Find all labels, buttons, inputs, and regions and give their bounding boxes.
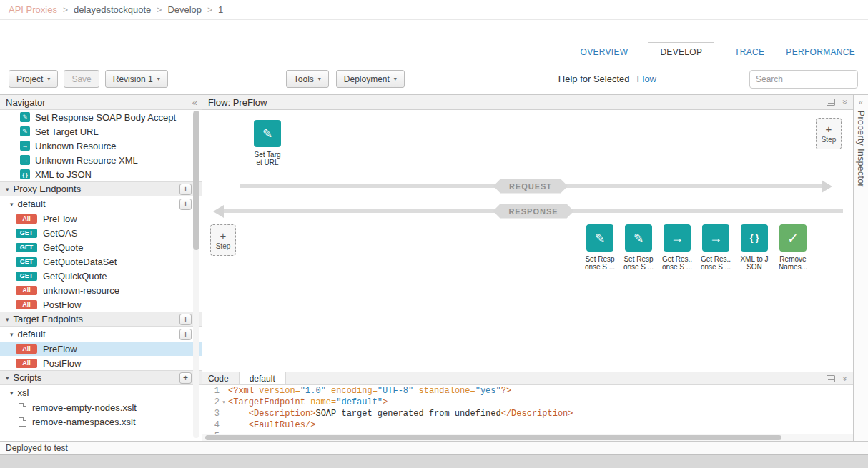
deployment-menu-button[interactable]: Deployment ▾ bbox=[336, 70, 405, 88]
api-proxy-editor: API Proxies > delayedstockquote > Develo… bbox=[0, 0, 868, 468]
file-label: remove-namespaces.xslt bbox=[32, 417, 136, 427]
tab-overview[interactable]: OVERVIEW bbox=[579, 43, 630, 64]
collapse-navigator-icon[interactable]: « bbox=[192, 97, 199, 108]
nav-flow-preflow[interactable]: All PreFlow bbox=[0, 211, 202, 226]
split-panel-icon[interactable] bbox=[827, 375, 835, 382]
nav-policy-set-response-soap-body-accept[interactable]: ✎ Set Response SOAP Body Accept bbox=[0, 110, 202, 124]
add-response-step-button[interactable]: + Step bbox=[210, 224, 236, 256]
add-proxy-endpoint-button[interactable]: + bbox=[179, 184, 192, 195]
flow-step-get-response-1[interactable]: → Get Res..onse S ... bbox=[659, 224, 696, 271]
flow-step-get-response-2[interactable]: → Get Res..onse S ... bbox=[697, 224, 734, 271]
nav-flow-unknown-resource[interactable]: All unknown-resource bbox=[0, 283, 202, 297]
step-label: XML to JSON bbox=[740, 255, 768, 271]
step-label: RemoveNames... bbox=[779, 255, 807, 271]
nav-target-preflow-selected[interactable]: All PreFlow bbox=[0, 342, 202, 356]
target-endpoint-default[interactable]: ▾ default + bbox=[0, 327, 202, 342]
tab-performance[interactable]: PERFORMANCE bbox=[784, 43, 857, 64]
step-label: Set Targ et URL bbox=[254, 151, 280, 166]
save-button[interactable]: Save bbox=[64, 70, 99, 88]
method-badge: All bbox=[16, 359, 37, 368]
code-horizontal-scrollbar[interactable] bbox=[202, 434, 853, 441]
flow-label: GetQuickQuote bbox=[43, 271, 107, 282]
help-flow-link[interactable]: Flow bbox=[637, 74, 656, 84]
method-badge: All bbox=[16, 214, 37, 224]
flow-step-remove-namespaces[interactable]: ✓ RemoveNames... bbox=[774, 224, 812, 271]
xml-to-json-icon: { } bbox=[20, 169, 30, 179]
bottom-strip bbox=[0, 454, 868, 468]
caret-down-icon: ▾ bbox=[10, 389, 14, 397]
nav-file-remove-namespaces[interactable]: remove-namespaces.xslt bbox=[0, 414, 202, 429]
nav-file-remove-empty-nodes[interactable]: remove-empty-nodes.xslt bbox=[0, 400, 202, 414]
fold-gutter bbox=[220, 419, 228, 431]
nav-target-postflow[interactable]: All PostFlow bbox=[0, 356, 202, 370]
nav-flow-postflow[interactable]: All PostFlow bbox=[0, 297, 202, 312]
code-line[interactable]: 4 <FaultRules/> bbox=[202, 419, 853, 431]
editor-center: Flow: PreFlow « ✎ Set Targ et URL + Step bbox=[202, 95, 853, 441]
flow-label: GetOAS bbox=[43, 228, 77, 239]
flow-step-set-response-1[interactable]: ✎ Set Response S ... bbox=[581, 224, 618, 271]
add-request-step-button[interactable]: + Step bbox=[816, 118, 842, 149]
split-panel-icon[interactable] bbox=[827, 99, 835, 106]
nav-policy-set-target-url[interactable]: ✎ Set Target URL bbox=[0, 124, 202, 139]
tab-develop[interactable]: DEVELOP bbox=[648, 42, 714, 64]
code-line[interactable]: 3 <Description>SOAP target generated fro… bbox=[202, 408, 853, 419]
section-target-endpoints[interactable]: ▾ Target Endpoints + bbox=[0, 312, 202, 327]
property-inspector-panel[interactable]: « Property Inspector bbox=[853, 95, 868, 441]
policy-label: Unknown Resource bbox=[35, 141, 116, 151]
check-cloud-icon: ✓ bbox=[779, 224, 807, 252]
breadcrumb-revision: 1 bbox=[218, 4, 223, 15]
collapse-flow-panel-icon[interactable]: « bbox=[841, 100, 849, 105]
nav-policy-unknown-resource-xml[interactable]: → Unknown Resource XML bbox=[0, 153, 202, 167]
revision-menu-button[interactable]: Revision 1 ▾ bbox=[105, 70, 168, 88]
code-line[interactable]: 2▾<TargetEndpoint name="default"> bbox=[202, 397, 853, 408]
nav-policy-xml-to-json[interactable]: { } XML to JSON bbox=[0, 167, 202, 181]
caret-down-icon: ▾ bbox=[6, 374, 9, 382]
add-target-endpoint-button[interactable]: + bbox=[179, 314, 192, 325]
nav-flow-getquotedataset[interactable]: GET GetQuoteDataSet bbox=[0, 254, 202, 269]
flow-step-set-target-url[interactable]: ✎ Set Targ et URL bbox=[248, 120, 287, 166]
line-number: 4 bbox=[202, 419, 220, 431]
nav-policy-unknown-resource[interactable]: → Unknown Resource bbox=[0, 139, 202, 153]
nav-flow-getoas[interactable]: GET GetOAS bbox=[0, 226, 202, 240]
add-step-label: Step bbox=[216, 242, 231, 250]
policy-label: Set Target URL bbox=[35, 126, 99, 137]
project-button-group: Project ▾ Save Revision 1 ▾ bbox=[9, 70, 168, 88]
code-text: <?xml version="1.0" encoding="UTF-8" sta… bbox=[228, 385, 511, 397]
nav-flow-getquote[interactable]: GET GetQuote bbox=[0, 240, 202, 254]
project-menu-button[interactable]: Project ▾ bbox=[9, 70, 58, 88]
add-flow-button[interactable]: + bbox=[179, 199, 192, 210]
nav-flow-getquickquote[interactable]: GET GetQuickQuote bbox=[0, 269, 202, 283]
step-label: Get Res..onse S ... bbox=[662, 255, 692, 271]
revision-label: Revision 1 bbox=[113, 74, 153, 84]
flow-step-set-response-2[interactable]: ✎ Set Response S ... bbox=[620, 224, 657, 271]
request-label: REQUEST bbox=[493, 179, 568, 194]
file-icon bbox=[19, 403, 26, 412]
breadcrumb-separator: > bbox=[207, 5, 212, 15]
step-label: Get Res..onse S ... bbox=[701, 255, 731, 271]
section-scripts[interactable]: ▾ Scripts + bbox=[0, 370, 202, 385]
plus-icon: + bbox=[826, 124, 832, 134]
section-proxy-endpoints[interactable]: ▾ Proxy Endpoints + bbox=[0, 181, 202, 196]
callout-icon: → bbox=[20, 155, 30, 165]
scrollbar-thumb[interactable] bbox=[193, 111, 199, 250]
expand-property-inspector-icon[interactable]: « bbox=[859, 98, 863, 106]
proxy-endpoint-default[interactable]: ▾ default + bbox=[0, 196, 202, 211]
code-tab-default[interactable]: default bbox=[239, 372, 286, 384]
navigator-scrollbar[interactable] bbox=[193, 111, 199, 438]
breadcrumb-api-proxies[interactable]: API Proxies bbox=[9, 4, 57, 15]
caret-down-icon: ▾ bbox=[10, 201, 14, 208]
code-line[interactable]: 1<?xml version="1.0" encoding="UTF-8" st… bbox=[202, 385, 853, 397]
code-editor[interactable]: 1<?xml version="1.0" encoding="UTF-8" st… bbox=[202, 385, 853, 441]
add-flow-button[interactable]: + bbox=[179, 329, 192, 340]
collapse-code-panel-icon[interactable]: « bbox=[841, 376, 849, 381]
flow-step-xml-to-json[interactable]: { } XML to JSON bbox=[736, 224, 773, 271]
tools-menu-button[interactable]: Tools ▾ bbox=[286, 70, 329, 88]
fold-caret-icon[interactable]: ▾ bbox=[220, 397, 228, 408]
tab-trace[interactable]: TRACE bbox=[733, 43, 766, 64]
flow-header-icons: « bbox=[827, 98, 847, 106]
search-input[interactable] bbox=[749, 70, 858, 89]
response-steps: ✎ Set Response S ... ✎ Set Response S ..… bbox=[581, 224, 812, 271]
add-script-button[interactable]: + bbox=[179, 372, 192, 384]
scripts-group-xsl[interactable]: ▾ xsl bbox=[0, 385, 202, 400]
scrollbar-thumb[interactable] bbox=[205, 435, 781, 440]
